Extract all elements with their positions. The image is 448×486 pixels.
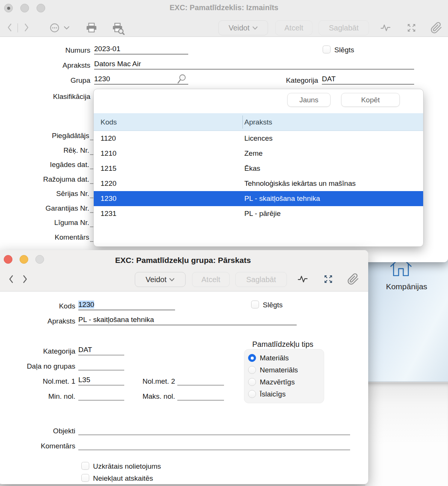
radio-icon[interactable]: [248, 354, 256, 362]
expand-icon[interactable]: [323, 274, 334, 284]
veidot-label: Veidot: [146, 275, 167, 284]
kategorija-label: Kategorija: [258, 76, 318, 85]
companies-window-lower-area: [365, 382, 448, 486]
iegades-dat-label: Iegādes dat.: [29, 160, 89, 169]
row-kods: 1210: [101, 146, 116, 161]
kods-field[interactable]: 1230: [78, 301, 175, 310]
list-row-selected[interactable]: 1230 PL - skaitļošana tehnika: [94, 191, 423, 206]
attachment-icon[interactable]: [347, 273, 359, 285]
slegts-checkbox[interactable]: [251, 301, 259, 308]
apraksts-field[interactable]: PL - skaitļošana tehnika: [78, 316, 297, 325]
field-underline-tick: [90, 169, 93, 169]
slegts-label: Slēgts: [334, 46, 354, 55]
kods-label: Kods: [15, 302, 75, 311]
rek-nr-label: Rēķ. Nr.: [29, 146, 89, 155]
companies-window-body: Kompānijas: [365, 259, 448, 382]
objekti-field[interactable]: [78, 425, 350, 435]
forward-icon[interactable]: [20, 273, 29, 285]
radio-icon[interactable]: [248, 366, 256, 374]
radio-group-title: Pamatlīdzekļu tips: [252, 340, 313, 349]
neieklaut-atskaites-label: Neiekļaut atskaitēs: [93, 474, 153, 483]
list-row[interactable]: 1220 Tehnoloģiskās iekārtas un mašīnas: [94, 176, 423, 191]
list-row[interactable]: 1210 Zeme: [94, 146, 423, 161]
uzkratais-nolietojums-checkbox[interactable]: [81, 462, 89, 470]
titlebar: EXC: Pamatlīdzekļu grupa: Pārskats Veido…: [0, 250, 368, 292]
uzkratais-nolietojums-label: Uzkrātais nolietojums: [93, 462, 161, 471]
activity-icon[interactable]: [379, 23, 392, 33]
list-header[interactable]: Kods Apraksts: [94, 113, 423, 131]
piegadatajs-label: Piegādātājs: [29, 131, 89, 140]
forward-icon[interactable]: [22, 22, 31, 33]
field-underline-tick: [90, 154, 93, 155]
activity-icon[interactable]: [297, 274, 309, 284]
expand-icon[interactable]: [406, 23, 417, 33]
back-icon[interactable]: [5, 22, 14, 33]
row-apraksts: PL - pārējie: [244, 206, 280, 221]
asset-type-radio-group: Materiāls Nemateriāls Mazvērtīgs Īslaicī…: [244, 349, 324, 403]
field-underline-tick: [90, 212, 93, 213]
veidot-label: Veidot: [229, 24, 250, 32]
grupa-label: Grupa: [30, 76, 90, 85]
neieklaut-atskaites-checkbox[interactable]: [81, 474, 89, 482]
lookup-magnifier-icon[interactable]: [175, 73, 187, 85]
numurs-field[interactable]: 2023-01: [94, 45, 188, 55]
row-kods: 1230: [101, 191, 116, 206]
maks-nol-field[interactable]: [177, 391, 224, 401]
column-divider[interactable]: [242, 115, 243, 129]
veidot-button[interactable]: Veidot: [135, 272, 186, 287]
list-row[interactable]: 1231 PL - pārējie: [94, 206, 423, 221]
grupa-field[interactable]: 1230: [94, 75, 188, 85]
row-apraksts: Ēkas: [244, 161, 260, 176]
kopet-button[interactable]: Kopēt: [341, 93, 400, 107]
radio-icon[interactable]: [248, 378, 256, 386]
razojuma-dat-label: Ražojuma dat.: [29, 175, 89, 184]
asset-group-window: EXC: Pamatlīdzekļu grupa: Pārskats Veido…: [0, 250, 368, 484]
field-underline-tick: [90, 226, 93, 227]
field-underline-tick: [90, 183, 93, 184]
chevron-down-icon[interactable]: [63, 25, 70, 30]
kategorija-label: Kategorija: [15, 347, 75, 356]
klasifikacija-label: Klasifikācija: [30, 92, 90, 101]
column-kods[interactable]: Kods: [101, 113, 117, 131]
saglabat-button[interactable]: Saglabāt: [318, 20, 369, 35]
komentars-field[interactable]: [78, 440, 350, 450]
kategorija-field[interactable]: DAT: [322, 75, 414, 85]
companies-label: Kompānijas: [365, 282, 448, 291]
radio-label: Mazvērtīgs: [260, 378, 295, 387]
row-apraksts: PL - skaitļošana tehnika: [244, 191, 320, 206]
radio-label: Materiāls: [260, 354, 289, 363]
row-apraksts: Licences: [244, 131, 273, 146]
dala-no-grupas-label: Daļa no grupas: [15, 362, 75, 371]
row-apraksts: Zeme: [244, 146, 263, 161]
attachment-icon[interactable]: [430, 22, 442, 34]
atcelt-button[interactable]: Atcelt: [192, 272, 230, 287]
komentars-label: Komentārs: [29, 233, 89, 242]
saglabat-button[interactable]: Saglabāt: [235, 272, 287, 287]
min-nol-label: Min. nol.: [15, 392, 75, 401]
veidot-button[interactable]: Veidot: [218, 20, 268, 35]
row-kods: 1220: [101, 176, 116, 191]
apraksts-field[interactable]: Dators Mac Air: [94, 60, 414, 70]
jauns-button[interactable]: Jauns: [287, 93, 331, 107]
maks-nol-label: Maks. nol.: [115, 392, 175, 401]
radio-icon[interactable]: [248, 390, 256, 398]
slegts-checkbox[interactable]: [323, 46, 331, 53]
print-icon[interactable]: [85, 22, 98, 34]
list-row[interactable]: 1120 Licences: [94, 131, 423, 146]
kategorija-field[interactable]: DAT: [78, 346, 124, 355]
atcelt-label: Atcelt: [284, 24, 303, 32]
print-preview-icon[interactable]: [111, 22, 125, 35]
companies-window[interactable]: Kompānijas: [365, 259, 448, 486]
column-apraksts[interactable]: Apraksts: [244, 113, 272, 131]
atcelt-button[interactable]: Atcelt: [275, 20, 312, 35]
ellipsis-menu-icon[interactable]: [49, 23, 60, 33]
window-title: EXC: Pamatlīdzeklis: Izmainīts: [0, 3, 448, 12]
list-row[interactable]: 1215 Ēkas: [94, 161, 423, 176]
objekti-label: Objekti: [15, 427, 75, 436]
numurs-label: Numurs: [30, 46, 90, 55]
selected-text: 1230: [78, 301, 94, 308]
nolmet2-field[interactable]: [177, 376, 224, 386]
dala-no-grupas-field[interactable]: [78, 361, 124, 371]
atcelt-label: Atcelt: [201, 275, 220, 284]
back-icon[interactable]: [7, 273, 16, 285]
